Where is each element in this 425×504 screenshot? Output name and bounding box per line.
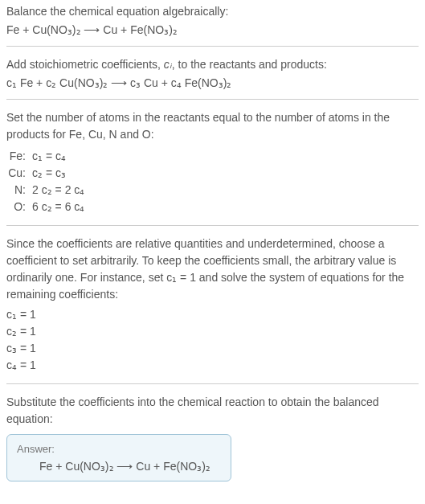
divider-1 [6, 46, 419, 47]
ci-symbol: cᵢ [164, 58, 172, 71]
section-atoms: Set the number of atoms in the reactants… [6, 109, 419, 215]
coef-item: c₁ = 1 [6, 306, 419, 323]
divider-3 [6, 225, 419, 226]
divider-2 [6, 99, 419, 100]
intro-text-3: Set the number of atoms in the reactants… [6, 109, 419, 143]
equation-2: c₁ Fe + c₂ Cu(NO₃)₂ ⟶ c₃ Cu + c₄ Fe(NO₃)… [6, 76, 419, 89]
section-solve: Since the coefficients are relative quan… [6, 236, 419, 374]
section-stoich: Add stoichiometric coefficients, cᵢ, to … [6, 56, 419, 89]
divider-4 [6, 383, 419, 384]
atoms-row: O: 6 c₂ = 6 c₄ [6, 199, 419, 215]
equation-1: Fe + Cu(NO₃)₂ ⟶ Cu + Fe(NO₃)₂ [6, 23, 419, 36]
coef-item: c₄ = 1 [6, 357, 419, 374]
coef-item: c₃ = 1 [6, 340, 419, 357]
text-2-pre: Add stoichiometric coefficients, [6, 58, 164, 71]
answer-equation: Fe + Cu(NO₃)₂ ⟶ Cu + Fe(NO₃)₂ [17, 460, 221, 473]
answer-label: Answer: [17, 443, 221, 455]
intro-text-2: Add stoichiometric coefficients, cᵢ, to … [6, 56, 419, 73]
atoms-row: N: 2 c₂ = 2 c₄ [6, 182, 419, 199]
intro-text-1: Balance the chemical equation algebraica… [6, 3, 419, 20]
atom-label: N: [6, 182, 32, 199]
atom-label: O: [6, 199, 32, 215]
text-2-post: , to the reactants and products: [172, 58, 327, 71]
intro-text-5: Substitute the coefficients into the che… [6, 394, 419, 428]
atom-label: Fe: [6, 148, 32, 165]
atom-eq: c₂ = c₃ [32, 165, 66, 182]
atom-eq: 2 c₂ = 2 c₄ [32, 182, 84, 199]
intro-text-4: Since the coefficients are relative quan… [6, 236, 419, 303]
section-balance-intro: Balance the chemical equation algebraica… [6, 3, 419, 36]
atom-eq: c₁ = c₄ [32, 148, 66, 165]
coef-list: c₁ = 1 c₂ = 1 c₃ = 1 c₄ = 1 [6, 306, 419, 374]
coef-item: c₂ = 1 [6, 323, 419, 340]
atoms-row: Cu: c₂ = c₃ [6, 165, 419, 182]
section-substitute: Substitute the coefficients into the che… [6, 394, 419, 481]
atom-eq: 6 c₂ = 6 c₄ [32, 199, 84, 215]
atoms-table: Fe: c₁ = c₄ Cu: c₂ = c₃ N: 2 c₂ = 2 c₄ O… [6, 148, 419, 215]
atom-label: Cu: [6, 165, 32, 182]
answer-box: Answer: Fe + Cu(NO₃)₂ ⟶ Cu + Fe(NO₃)₂ [6, 434, 231, 481]
atoms-row: Fe: c₁ = c₄ [6, 148, 419, 165]
